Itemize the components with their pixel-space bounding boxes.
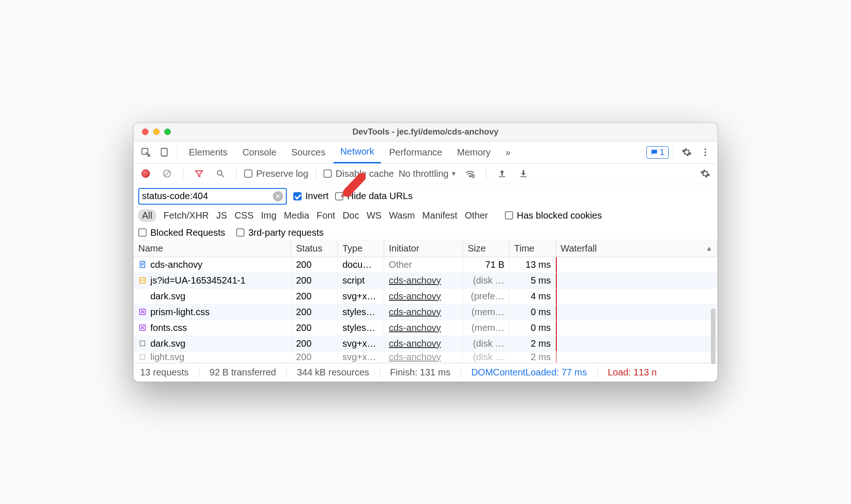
cell-initiator[interactable]: cds-anchovy bbox=[384, 304, 463, 320]
third-party-checkbox[interactable]: 3rd-party requests bbox=[236, 227, 323, 238]
cell-status[interactable]: 200 bbox=[291, 320, 338, 336]
column-header-size[interactable]: Size bbox=[463, 240, 509, 257]
has-blocked-cookies-checkbox[interactable]: Has blocked cookies bbox=[505, 210, 602, 221]
cell-waterfall[interactable] bbox=[556, 320, 717, 336]
cell-waterfall[interactable] bbox=[556, 352, 717, 363]
cell-time[interactable]: 4 ms bbox=[509, 289, 556, 304]
type-filter-js[interactable]: JS bbox=[216, 210, 227, 221]
vertical-scrollbar[interactable] bbox=[711, 309, 716, 364]
record-button[interactable] bbox=[137, 165, 154, 182]
cell-status[interactable]: 200 bbox=[291, 257, 338, 273]
cell-waterfall[interactable] bbox=[556, 304, 717, 320]
cell-status[interactable]: 200 bbox=[291, 273, 338, 289]
type-filter-doc[interactable]: Doc bbox=[342, 210, 359, 221]
cell-size[interactable]: (mem… bbox=[463, 320, 509, 336]
filter-input[interactable] bbox=[142, 191, 273, 201]
cell-initiator[interactable]: Other bbox=[384, 257, 463, 273]
cell-time[interactable]: 0 ms bbox=[509, 320, 556, 336]
column-header-name[interactable]: Name bbox=[134, 240, 291, 257]
cell-waterfall[interactable] bbox=[556, 336, 717, 352]
column-header-initiator[interactable]: Initiator bbox=[384, 240, 463, 257]
tab-console[interactable]: Console bbox=[236, 142, 283, 163]
disable-cache-checkbox[interactable]: Disable cache bbox=[323, 168, 394, 179]
device-toggle-icon[interactable] bbox=[156, 144, 173, 161]
tabs-overflow-button[interactable]: » bbox=[499, 142, 517, 163]
column-header-status[interactable]: Status bbox=[291, 240, 338, 257]
column-header-time[interactable]: Time bbox=[509, 240, 556, 257]
initiator-link[interactable]: cds-anchovy bbox=[389, 323, 441, 333]
column-header-waterfall[interactable]: Waterfall▲ bbox=[556, 240, 717, 257]
cell-status[interactable]: 200 bbox=[291, 289, 338, 304]
cell-waterfall[interactable] bbox=[556, 289, 717, 304]
type-filter-font[interactable]: Font bbox=[316, 210, 335, 221]
cell-initiator[interactable]: cds-anchovy bbox=[384, 336, 463, 352]
cell-initiator[interactable]: cds-anchovy bbox=[384, 320, 463, 336]
type-filter-wasm[interactable]: Wasm bbox=[389, 210, 415, 221]
initiator-link[interactable]: cds-anchovy bbox=[389, 338, 441, 349]
cell-initiator[interactable]: cds-anchovy bbox=[384, 352, 463, 363]
clear-filter-icon[interactable]: ✕ bbox=[273, 191, 283, 201]
initiator-link[interactable]: cds-anchovy bbox=[389, 307, 441, 317]
cell-size[interactable]: (mem… bbox=[463, 304, 509, 320]
settings-icon[interactable] bbox=[678, 144, 695, 161]
initiator-link[interactable]: cds-anchovy bbox=[389, 352, 441, 362]
network-conditions-icon[interactable] bbox=[462, 165, 478, 182]
column-header-type[interactable]: Type bbox=[338, 240, 384, 257]
clear-button[interactable] bbox=[159, 165, 175, 182]
zoom-window-button[interactable] bbox=[164, 129, 171, 135]
cell-initiator[interactable]: cds-anchovy bbox=[384, 273, 463, 289]
tab-sources[interactable]: Sources bbox=[285, 142, 332, 163]
cell-size[interactable]: (prefe… bbox=[463, 289, 509, 304]
inspect-element-icon[interactable] bbox=[137, 144, 154, 161]
tab-memory[interactable]: Memory bbox=[451, 142, 497, 163]
type-filter-manifest[interactable]: Manifest bbox=[422, 210, 458, 221]
type-filter-img[interactable]: Img bbox=[261, 210, 277, 221]
cell-type[interactable]: svg+x… bbox=[338, 336, 384, 352]
close-window-button[interactable] bbox=[142, 129, 148, 135]
cell-type[interactable]: docu… bbox=[338, 257, 384, 273]
cell-waterfall[interactable] bbox=[556, 257, 717, 273]
cell-type[interactable]: svg+x… bbox=[338, 352, 384, 363]
cell-size[interactable]: 71 B bbox=[463, 257, 509, 273]
invert-checkbox[interactable]: Invert bbox=[293, 191, 329, 201]
cell-type[interactable]: styles… bbox=[338, 320, 384, 336]
type-filter-media[interactable]: Media bbox=[284, 210, 309, 221]
cell-status[interactable]: 200 bbox=[291, 352, 338, 363]
cell-size[interactable]: (disk … bbox=[463, 352, 509, 363]
upload-har-icon[interactable] bbox=[494, 165, 510, 182]
tab-performance[interactable]: Performance bbox=[383, 142, 449, 163]
search-icon[interactable] bbox=[212, 165, 229, 182]
tab-network[interactable]: Network bbox=[334, 142, 380, 163]
cell-time[interactable]: 0 ms bbox=[509, 304, 556, 320]
initiator-link[interactable]: cds-anchovy bbox=[389, 275, 441, 286]
cell-initiator[interactable]: cds-anchovy bbox=[384, 289, 463, 304]
type-filter-all[interactable]: All bbox=[138, 209, 156, 222]
filter-icon[interactable] bbox=[191, 165, 207, 182]
type-filter-other[interactable]: Other bbox=[465, 210, 488, 221]
throttling-select[interactable]: No throttling ▼ bbox=[399, 168, 457, 179]
kebab-menu-icon[interactable] bbox=[697, 144, 714, 161]
cell-status[interactable]: 200 bbox=[291, 336, 338, 352]
cell-waterfall[interactable] bbox=[556, 273, 717, 289]
messages-badge[interactable]: 1 bbox=[646, 146, 669, 159]
cell-size[interactable]: (disk … bbox=[463, 273, 509, 289]
cell-type[interactable]: svg+x… bbox=[338, 289, 384, 304]
minimize-window-button[interactable] bbox=[153, 129, 160, 135]
cell-time[interactable]: 5 ms bbox=[509, 273, 556, 289]
type-filter-css[interactable]: CSS bbox=[234, 210, 253, 221]
cell-status[interactable]: 200 bbox=[291, 304, 338, 320]
type-filter-ws[interactable]: WS bbox=[367, 210, 381, 221]
cell-time[interactable]: 13 ms bbox=[509, 257, 556, 273]
cell-size[interactable]: (disk … bbox=[463, 336, 509, 352]
cell-type[interactable]: styles… bbox=[338, 304, 384, 320]
type-filter-fetch-xhr[interactable]: Fetch/XHR bbox=[163, 210, 209, 221]
hide-data-urls-checkbox[interactable]: Hide data URLs bbox=[335, 191, 413, 201]
blocked-requests-checkbox[interactable]: Blocked Requests bbox=[138, 227, 225, 238]
preserve-log-checkbox[interactable]: Preserve log bbox=[244, 168, 308, 179]
cell-type[interactable]: script bbox=[338, 273, 384, 289]
network-settings-icon[interactable] bbox=[697, 165, 714, 182]
initiator-link[interactable]: cds-anchovy bbox=[389, 291, 441, 302]
cell-time[interactable]: 2 ms bbox=[509, 336, 556, 352]
tab-elements[interactable]: Elements bbox=[182, 142, 234, 163]
download-har-icon[interactable] bbox=[515, 165, 532, 182]
